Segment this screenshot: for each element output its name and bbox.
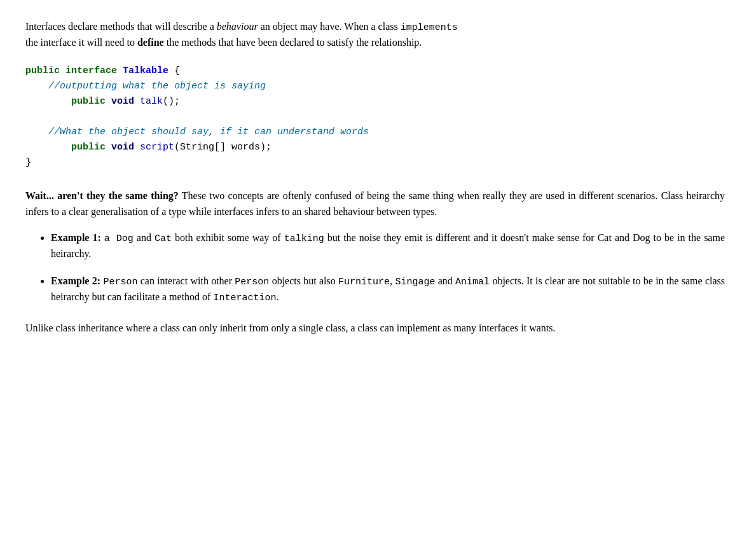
examples-list: Example 1: a Dog and Cat both exhibit so…	[51, 230, 725, 306]
example-1-code1: a Dog	[104, 233, 134, 244]
wait-paragraph: Wait... aren't they the same thing? Thes…	[25, 188, 725, 220]
kw-void-1: void	[111, 96, 134, 107]
example-1-code2: Cat	[155, 233, 172, 244]
kw-public-2: public	[48, 96, 106, 107]
intro-paragraph: Interfaces declare methods that will des…	[25, 19, 725, 51]
example-1-code3: talking	[284, 233, 324, 244]
example-1-text1: and	[134, 232, 155, 243]
code-line-3: public void talk();	[25, 94, 725, 109]
kw-classname-talkable: Talkable	[123, 66, 168, 76]
example-2-code1: Person	[103, 277, 137, 287]
example-2-text6: .	[276, 291, 278, 302]
intro-line2-start: the interface it will need to	[25, 37, 137, 48]
example-2-code2: Person	[235, 277, 269, 287]
script-rest: (String[] words);	[174, 142, 271, 153]
example-2-label: Example 2:	[51, 275, 100, 286]
example-2-text4: and	[435, 275, 455, 286]
kw-void-2: void	[111, 142, 134, 153]
code-open-brace: {	[168, 66, 180, 76]
intro-line2-end: the methods that have been declared to s…	[164, 37, 422, 48]
kw-public-3: public	[48, 142, 106, 153]
intro-text-before-italic: Interfaces declare methods that will des…	[25, 21, 217, 32]
example-2-code6: Interaction	[213, 293, 276, 303]
wait-bold-lead: Wait... aren't they the same thing?	[25, 190, 179, 201]
intro-bold-define: define	[137, 37, 164, 48]
intro-text-after-italic: an object may have. When a class	[258, 21, 401, 32]
closing-text: Unlike class inheritance where a class c…	[25, 322, 556, 333]
code-line-6: public void script(String[] words);	[25, 140, 725, 155]
code-comment-1: //outputting what the object is saying	[25, 79, 725, 94]
example-2-text1: can interact with other	[137, 275, 235, 286]
code-block-talkable: public interface Talkable { //outputting…	[25, 64, 725, 170]
kw-interface: interface	[65, 66, 117, 76]
example-2-text2: objects but also	[269, 275, 338, 286]
code-line-4	[25, 109, 725, 125]
code-close-brace: }	[25, 155, 725, 170]
example-2-code3: Furniture	[338, 277, 390, 287]
closing-paragraph: Unlike class inheritance where a class c…	[25, 321, 725, 336]
example-1-item: Example 1: a Dog and Cat both exhibit so…	[51, 230, 725, 262]
example-2-code5: Animal	[455, 277, 490, 287]
method-talk: talk	[134, 96, 163, 107]
intro-implements-code: implements	[401, 22, 458, 33]
talk-rest: ();	[163, 96, 180, 107]
example-2-item: Example 2: Person can interact with othe…	[51, 273, 725, 306]
example-1-label: Example 1:	[51, 232, 101, 243]
main-content: Interfaces declare methods that will des…	[25, 19, 725, 336]
code-comment-2: //What the object should say, if it can …	[25, 125, 725, 140]
method-script: script	[134, 142, 174, 153]
example-1-text2: both exhibit some way of	[172, 232, 284, 243]
kw-public-1: public	[25, 66, 60, 76]
example-2-code4: Singage	[395, 277, 435, 287]
intro-italic-word: behaviour	[217, 21, 258, 32]
code-line-1: public interface Talkable {	[25, 64, 725, 79]
